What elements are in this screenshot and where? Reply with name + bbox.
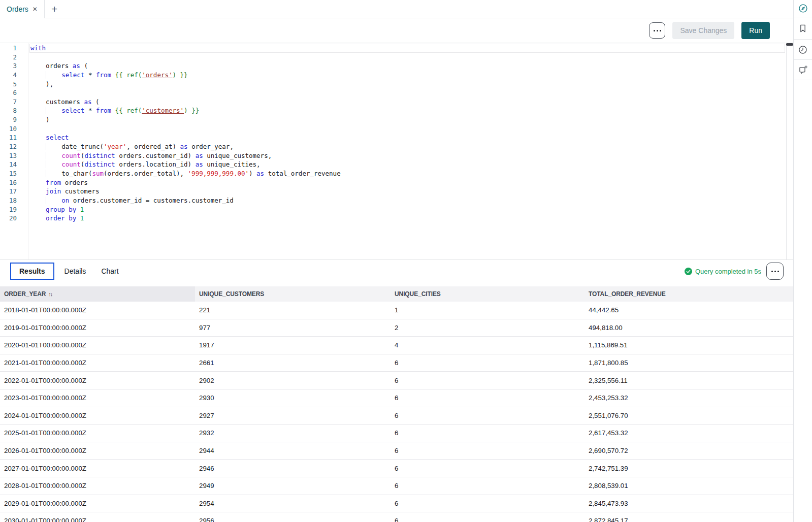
table-cell[interactable]: 977 [195,319,391,337]
code-line-content[interactable]: group by 1 [28,205,84,214]
table-cell[interactable]: 1,871,800.85 [584,354,793,372]
table-cell[interactable]: 2956 [195,512,391,522]
table-row[interactable]: 2021-01-01T00:00:00.000Z266161,871,800.8… [0,354,793,372]
tab-chart[interactable]: Chart [101,263,118,279]
code-line-content[interactable]: with [28,44,46,53]
table-cell[interactable]: 6 [391,460,584,477]
table-cell[interactable]: 2 [391,319,584,337]
table-cell[interactable]: 6 [391,354,584,372]
code-line-content[interactable]: count(distinct orders.customer_id) as un… [28,151,272,160]
save-changes-button[interactable]: Save Changes [672,22,734,39]
table-cell[interactable]: 2,845,473.93 [584,495,793,512]
table-cell[interactable]: 6 [391,477,584,495]
table-cell[interactable]: 2,551,076.70 [584,407,793,425]
table-cell[interactable]: 2029-01-01T00:00:00.000Z [0,495,195,512]
table-row[interactable]: 2023-01-01T00:00:00.000Z293062,453,253.3… [0,389,793,407]
column-header-unique-customers[interactable]: UNIQUE_CUSTOMERS [195,286,391,302]
table-cell[interactable]: 2026-01-01T00:00:00.000Z [0,442,195,460]
code-line-content[interactable]: from orders [28,178,88,187]
table-row[interactable]: 2027-01-01T00:00:00.000Z294662,742,751.3… [0,460,793,477]
table-cell[interactable]: 2944 [195,442,391,460]
table-cell[interactable]: 2023-01-01T00:00:00.000Z [0,389,195,407]
code-line-content[interactable]: ) [28,115,50,124]
table-cell[interactable]: 2927 [195,407,391,425]
table-cell[interactable]: 221 [195,302,391,319]
code-line-content[interactable]: select * from {{ ref('customers') }} [28,106,199,115]
table-cell[interactable]: 2,617,453.32 [584,425,793,442]
table-cell[interactable]: 2024-01-01T00:00:00.000Z [0,407,195,425]
table-row[interactable]: 2019-01-01T00:00:00.000Z9772494,818.00 [0,319,793,337]
results-more-button[interactable] [766,263,784,280]
copilot-button[interactable] [794,60,812,80]
sql-editor[interactable]: 1with23 orders as (4 select * from {{ re… [0,43,793,259]
editor-scrollbar-thumb[interactable] [786,43,793,46]
table-row[interactable]: 2030-01-01T00:00:00.000Z295662,872,845.1… [0,512,793,522]
table-row[interactable]: 2028-01-01T00:00:00.000Z294962,808,539.0… [0,477,793,495]
table-cell[interactable]: 6 [391,372,584,389]
code-line-content[interactable]: order by 1 [28,214,84,223]
table-cell[interactable]: 2030-01-01T00:00:00.000Z [0,512,195,522]
tab-results[interactable]: Results [10,263,54,280]
code-line-content[interactable]: date_trunc('year', ordered_at) as order_… [28,142,234,151]
table-cell[interactable]: 4 [391,337,584,354]
tab-orders[interactable]: Orders ✕ [0,0,45,18]
table-cell[interactable]: 2018-01-01T00:00:00.000Z [0,302,195,319]
run-button[interactable]: Run [741,22,770,39]
code-line-content[interactable]: count(distinct orders.location_id) as un… [28,160,261,169]
tab-details[interactable]: Details [64,263,86,279]
code-line-content[interactable]: join customers [28,187,99,196]
table-cell[interactable]: 2661 [195,354,391,372]
new-tab-button[interactable]: + [49,4,59,14]
table-cell[interactable]: 2,808,539.01 [584,477,793,495]
table-cell[interactable]: 1,115,869.51 [584,337,793,354]
table-row[interactable]: 2018-01-01T00:00:00.000Z221144,442.65 [0,302,793,319]
table-cell[interactable]: 2025-01-01T00:00:00.000Z [0,425,195,442]
editor-more-button[interactable] [649,22,665,39]
table-cell[interactable]: 494,818.00 [584,319,793,337]
table-cell[interactable]: 2930 [195,389,391,407]
code-line-content[interactable]: ), [28,80,53,89]
sort-arrows-icon[interactable]: ↑↓ [48,291,52,297]
table-cell[interactable]: 2,325,556.11 [584,372,793,389]
history-button[interactable] [794,40,812,60]
table-row[interactable]: 2022-01-01T00:00:00.000Z290262,325,556.1… [0,372,793,389]
table-cell[interactable]: 1917 [195,337,391,354]
table-cell[interactable]: 2902 [195,372,391,389]
table-cell[interactable]: 2932 [195,425,391,442]
table-cell[interactable]: 2020-01-01T00:00:00.000Z [0,337,195,354]
close-icon[interactable]: ✕ [33,6,38,12]
table-cell[interactable]: 2021-01-01T00:00:00.000Z [0,354,195,372]
table-cell[interactable]: 2,872,845.17 [584,512,793,522]
table-cell[interactable]: 2,690,570.72 [584,442,793,460]
table-cell[interactable]: 6 [391,407,584,425]
table-cell[interactable]: 6 [391,512,584,522]
table-cell[interactable]: 6 [391,425,584,442]
table-cell[interactable]: 2022-01-01T00:00:00.000Z [0,372,195,389]
table-row[interactable]: 2029-01-01T00:00:00.000Z295462,845,473.9… [0,495,793,513]
table-row[interactable]: 2026-01-01T00:00:00.000Z294462,690,570.7… [0,442,793,460]
table-cell[interactable]: 44,442.65 [584,302,793,319]
table-cell[interactable]: 6 [391,389,584,407]
table-cell[interactable]: 2949 [195,477,391,495]
column-header-order-year[interactable]: ORDER_YEAR ↑↓ [0,286,195,302]
table-cell[interactable]: 2954 [195,495,391,512]
table-row[interactable]: 2024-01-01T00:00:00.000Z292762,551,076.7… [0,407,793,425]
column-header-unique-cities[interactable]: UNIQUE_CITIES [391,286,584,302]
table-cell[interactable]: 2027-01-01T00:00:00.000Z [0,460,195,477]
bookmark-button[interactable] [794,17,812,40]
table-cell[interactable]: 6 [391,442,584,460]
table-cell[interactable]: 2946 [195,460,391,477]
compass-button[interactable] [794,0,812,17]
table-cell[interactable]: 1 [391,302,584,319]
table-row[interactable]: 2025-01-01T00:00:00.000Z293262,617,453.3… [0,425,793,442]
code-line-content[interactable]: customers as ( [28,97,100,107]
code-line-content[interactable]: select * from {{ ref('orders') }} [28,71,188,80]
table-row[interactable]: 2020-01-01T00:00:00.000Z191741,115,869.5… [0,337,793,354]
column-header-total-order-revenue[interactable]: TOTAL_ORDER_REVENUE [584,286,793,302]
code-line-content[interactable]: on orders.customer_id = customers.custom… [28,196,234,205]
table-cell[interactable]: 2,453,253.32 [584,389,793,407]
code-line-content[interactable]: to_char(sum(orders.order_total), '999,99… [28,169,341,178]
table-cell[interactable]: 2028-01-01T00:00:00.000Z [0,477,195,495]
table-cell[interactable]: 2,742,751.39 [584,460,793,477]
table-cell[interactable]: 6 [391,495,584,512]
